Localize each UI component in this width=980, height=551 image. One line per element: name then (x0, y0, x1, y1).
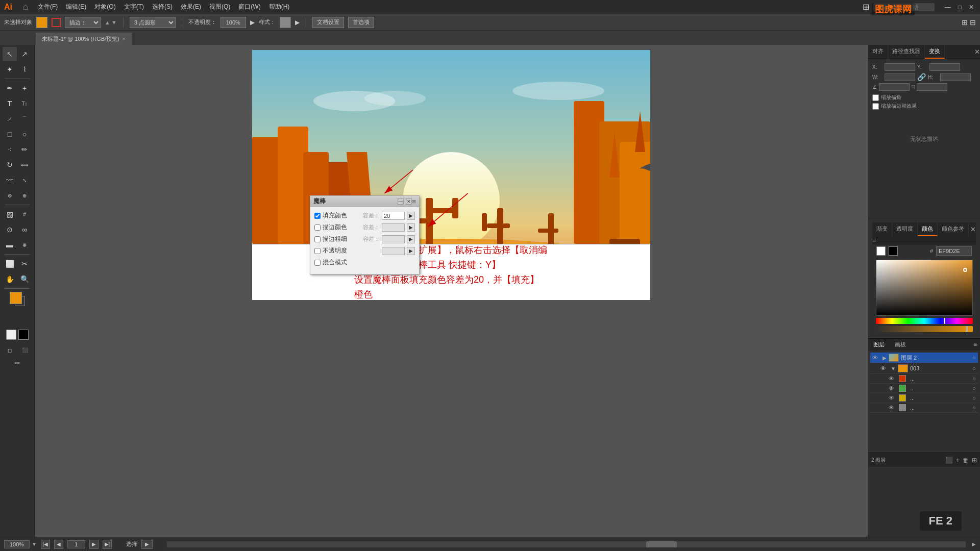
normal-mode-btn[interactable]: ◻ (3, 343, 17, 357)
transparency-handle[interactable] (966, 326, 968, 332)
tab-transparency[interactable]: 透明度 (892, 222, 918, 236)
panel-close-btn[interactable]: ✕ (406, 198, 412, 205)
free-transform-btn[interactable]: ⤡ (17, 173, 32, 187)
tab-color[interactable]: 颜色 (918, 222, 938, 236)
green-eye[interactable]: 👁 (889, 385, 897, 391)
maximize-btn[interactable]: □ (956, 3, 964, 12)
opacity-expand[interactable]: ▶ (250, 19, 255, 26)
black-swatch[interactable] (889, 246, 898, 256)
tab-align[interactable]: 对齐 (868, 45, 888, 59)
y-input[interactable] (929, 63, 960, 71)
menu-effect[interactable]: 效果(E) (178, 2, 204, 12)
fill-tolerance-input[interactable] (382, 212, 405, 220)
opacity-up[interactable]: ▶ (407, 247, 415, 255)
zoom-input[interactable] (4, 540, 30, 548)
layer-row-green[interactable]: 👁 ... ○ (870, 384, 978, 393)
panel-close-x[interactable]: ✕ (974, 45, 980, 59)
opacity-checkbox[interactable] (314, 248, 321, 254)
layers-more-btn[interactable]: ⊞ (972, 457, 977, 464)
arrange-icon[interactable]: ⊞ (962, 18, 968, 27)
stroke-color-checkbox[interactable] (314, 224, 321, 231)
yellow-eye[interactable]: 👁 (889, 395, 897, 401)
layer2-expand[interactable]: ▶ (883, 355, 887, 361)
select-tool-btn[interactable]: ↖ (3, 47, 17, 61)
stroke-width-input[interactable] (382, 235, 405, 243)
opacity-input[interactable] (220, 17, 246, 28)
none-swatch[interactable] (6, 330, 16, 340)
hex-color-input[interactable] (936, 246, 972, 256)
color-icon[interactable] (18, 330, 29, 340)
scrollbar[interactable] (167, 541, 966, 547)
opacity-input[interactable] (382, 247, 405, 255)
layers-menu-btn[interactable]: ≡ (970, 339, 980, 350)
menu-object[interactable]: 对象(O) (91, 2, 118, 12)
last-page-btn[interactable]: ▶| (103, 540, 112, 549)
white-swatch[interactable] (876, 246, 886, 256)
w-input[interactable] (885, 73, 915, 81)
prev-page-btn[interactable]: ◀ (54, 540, 63, 549)
warp-tool-btn[interactable]: 〰 (3, 173, 17, 187)
add-anchor-btn[interactable]: + (17, 81, 32, 95)
panel-menu-icon[interactable]: ≡ (412, 197, 416, 206)
angle-input[interactable] (879, 83, 910, 91)
reflect-tool-btn[interactable]: ⟺ (17, 158, 32, 172)
hue-bar[interactable] (876, 318, 973, 324)
lasso-tool-btn[interactable]: ⌇ (17, 62, 32, 77)
zoom-dropdown[interactable]: ▼ (32, 541, 37, 547)
hand-tool-btn[interactable]: ✋ (3, 272, 17, 286)
add-layer-btn[interactable]: + (956, 457, 960, 464)
play-btn[interactable]: ▶ (141, 540, 153, 549)
preferences-btn[interactable]: 首选项 (348, 17, 374, 28)
menu-view[interactable]: 视图(Q) (206, 2, 233, 12)
h-input[interactable] (940, 73, 971, 81)
color-picker-handle[interactable] (963, 268, 967, 272)
point-type-select[interactable]: 3 点圆形 (130, 17, 176, 28)
color-panel-menu[interactable]: ≡ (872, 236, 876, 244)
stroke-width-checkbox[interactable] (314, 236, 321, 242)
slice-tool-btn[interactable]: ✂ (17, 257, 32, 271)
symbol-spray-btn[interactable]: ❋ (17, 238, 32, 252)
vertical-text-btn[interactable]: T↕ (17, 96, 32, 111)
hue-handle[interactable] (944, 318, 945, 324)
text-tool-btn[interactable]: T (3, 96, 17, 111)
mesh-tool-btn[interactable]: # (17, 207, 32, 221)
scale-corners-checkbox[interactable] (872, 94, 879, 101)
scale-stroke-checkbox[interactable] (872, 103, 879, 110)
ellipse-tool-btn[interactable]: ○ (17, 127, 32, 141)
layer2-eye[interactable]: 👁 (872, 355, 880, 361)
fill-color-checkbox[interactable] (314, 213, 321, 219)
brush-type-select[interactable]: 描边： (65, 17, 101, 28)
tab-document[interactable]: 未标题-1* @ 100% (RGB/预览) × (36, 33, 132, 45)
first-page-btn[interactable]: |◀ (41, 540, 50, 549)
zoom-tool-btn[interactable]: 🔍 (17, 272, 32, 286)
tab-transform[interactable]: 变换 (925, 45, 945, 59)
rect-tool-btn[interactable]: □ (3, 127, 17, 141)
canvas-area[interactable]: 魔棒 — ✕ ≡ 填充颜色 容差： ▶ (35, 45, 868, 537)
fullscreen-btn[interactable]: ⬛ (18, 343, 32, 357)
home-icon[interactable]: ⌂ (18, 0, 33, 14)
layer-row-gray[interactable]: 👁 ... ○ (870, 403, 978, 413)
scrollbar-thumb[interactable] (646, 541, 677, 547)
puppet-warp-btn[interactable]: ⊛ (3, 188, 17, 203)
brush-tool-btn[interactable]: ⁖ (3, 142, 17, 157)
menu-edit[interactable]: 编辑(E) (63, 2, 89, 12)
color-gradient-picker[interactable] (876, 260, 973, 316)
blend-mode-checkbox[interactable] (314, 260, 321, 266)
close-btn[interactable]: ✕ (967, 3, 976, 12)
menu-window[interactable]: 窗口(W) (235, 2, 263, 12)
scroll-right-arrow[interactable]: ▶ (972, 541, 976, 547)
pencil-tool-btn[interactable]: ✏ (17, 142, 32, 157)
chart-tool-btn[interactable]: ▬ (3, 238, 17, 252)
menu-file[interactable]: 文件(F) (35, 2, 61, 12)
blend-tool-btn[interactable]: ∞ (17, 222, 32, 237)
line-tool-btn[interactable]: ⟋ (3, 112, 17, 126)
stroke-tolerance-input[interactable] (382, 223, 405, 232)
more-tools-btn[interactable]: ••• (14, 360, 20, 366)
page-input[interactable] (67, 540, 85, 548)
003-expand[interactable]: ▼ (891, 366, 896, 371)
x-input[interactable] (885, 63, 915, 71)
menu-select[interactable]: 选择(S) (149, 2, 176, 12)
fill-color-swatch[interactable] (36, 17, 47, 28)
arrange-icon2[interactable]: ⊟ (970, 18, 976, 27)
link-icon[interactable]: 🔗 (917, 73, 926, 81)
